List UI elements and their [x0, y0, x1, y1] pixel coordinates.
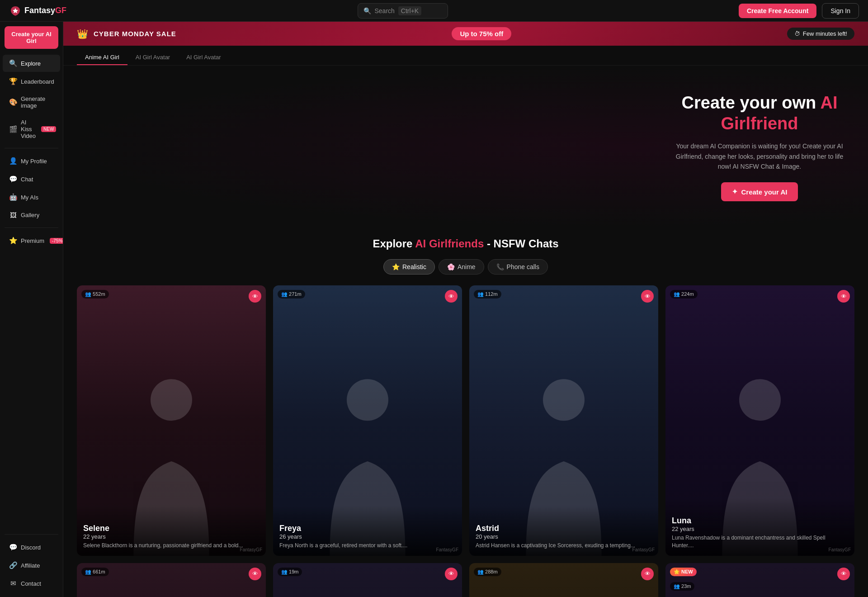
card-grid: 👥 552m 👁 Selene 22 years Selene Blacktho…: [77, 285, 854, 597]
sidebar-item-contact[interactable]: ✉ Contact: [3, 575, 60, 592]
watermark: FantasyGF: [436, 547, 458, 552]
svg-point-2: [543, 379, 585, 421]
search-shortcut: Ctrl+K: [398, 6, 421, 15]
card-overlay-freya: Freya 26 years Freya North is a graceful…: [273, 506, 462, 556]
premium-discount-badge: -75%: [50, 238, 63, 244]
sidebar-item-leaderboard[interactable]: 🏆 Leaderboard: [3, 73, 60, 90]
svg-point-1: [347, 379, 388, 421]
card-selene[interactable]: 👥 552m 👁 Selene 22 years Selene Blacktho…: [77, 285, 266, 555]
card-emilie[interactable]: 👥 661m 👁 Emilie 19 years FantasyGF: [77, 563, 266, 597]
sidebar-label-my-ais: My AIs: [21, 194, 38, 201]
cat-tab-ai-girl-avatar-1[interactable]: AI Girl Avatar: [127, 50, 178, 65]
search-placeholder: Search: [375, 7, 395, 14]
sidebar-label-ai-kiss-video: AI Kiss Video: [21, 119, 36, 139]
create-your-ai-button[interactable]: ✦ Create your AI: [721, 182, 798, 201]
banner-timer: ⏱ Few minutes left!: [787, 28, 854, 40]
filter-tab-anime[interactable]: 🌸 Anime: [439, 259, 484, 275]
sidebar-label-affiliate: Affiliate: [21, 562, 40, 569]
generate-image-icon: 🎨: [9, 98, 17, 106]
explore-title-highlight: AI Girlfriends: [415, 237, 484, 250]
sidebar-item-generate-image[interactable]: 🎨 Generate image: [3, 91, 60, 114]
sidebar-item-gallery[interactable]: 🖼 Gallery: [3, 207, 60, 223]
anime-icon: 🌸: [447, 263, 455, 270]
sidebar-item-affiliate[interactable]: 🔗 Affiliate: [3, 557, 60, 574]
card-overlay-luna: Luna 22 years Luna Ravenshadow is a domi…: [665, 498, 854, 556]
sidebar-item-my-ais[interactable]: 🤖 My AIs: [3, 189, 60, 206]
card-eye-selene[interactable]: 👁: [249, 290, 261, 303]
ai-kiss-video-icon: 🎬: [9, 125, 17, 133]
card-aiko[interactable]: 🌟 NEW 👁 👥 23m Aiko 19 years FantasyGF: [665, 563, 854, 597]
card-stat-selene: 👥 552m: [81, 290, 109, 298]
card-eye-luna[interactable]: 👁: [837, 290, 850, 303]
sidebar-label-contact: Contact: [21, 580, 41, 587]
top-navigation: FantasyGF 🔍 Search Ctrl+K Create Free Ac…: [0, 0, 868, 22]
cat-tab-ai-girl-avatar-2[interactable]: AI Girl Avatar: [178, 50, 229, 65]
card-stat-luna: 👥 224m: [670, 290, 698, 298]
sidebar-item-discord[interactable]: 💬 Discord: [3, 539, 60, 556]
sidebar-label-leaderboard: Leaderboard: [21, 78, 54, 85]
create-ai-girl-button[interactable]: Create your AI Girl: [5, 26, 58, 49]
filter-tabs: ⭐ Realistic 🌸 Anime 📞 Phone calls: [77, 259, 854, 275]
discord-icon: 💬: [9, 543, 17, 551]
card-new-stat-aiko: 👥 23m: [670, 582, 694, 591]
card-stat-freya: 👥 271m: [278, 290, 305, 298]
card-eye-freya[interactable]: 👁: [445, 290, 458, 303]
card-eye-juliette[interactable]: 👁: [641, 568, 654, 580]
realistic-icon: ⭐: [392, 263, 400, 270]
card-stat-nyra: 👥 19m: [278, 568, 302, 576]
sidebar-label-my-profile: My Profile: [21, 158, 47, 165]
card-stat-juliette: 👥 288m: [474, 568, 501, 576]
sidebar-divider-3: [5, 534, 58, 535]
sidebar-label-explore: Explore: [21, 60, 41, 67]
watermark: FantasyGF: [829, 547, 851, 552]
card-nyra[interactable]: 👥 19m 👁 Nyra 21 years FantasyGF: [273, 563, 462, 597]
category-tabs: Anime AI Girl AI Girl Avatar AI Girl Ava…: [63, 46, 868, 66]
promo-banner[interactable]: 👑 CYBER MONDAY SALE Up to 75% off ⏱ Few …: [63, 22, 868, 46]
hero-title: Create your own AI Girlfriend: [669, 93, 850, 134]
search-icon: 🔍: [363, 7, 371, 14]
crown-icon: 👑: [77, 28, 88, 39]
card-name-astrid: Astrid: [476, 524, 652, 533]
card-freya[interactable]: 👥 271m 👁 Freya 26 years Freya North is a…: [273, 285, 462, 555]
card-name-freya: Freya: [279, 524, 456, 533]
card-eye-nyra[interactable]: 👁: [445, 568, 458, 580]
cat-tab-anime-ai-girl[interactable]: Anime AI Girl: [77, 50, 127, 65]
sidebar-label-chat: Chat: [21, 176, 33, 183]
card-juliette[interactable]: 👥 288m 👁 Juliette 21 years FantasyGF: [469, 563, 658, 597]
sidebar-item-premium[interactable]: ⭐ Premium -75%: [3, 232, 60, 249]
card-eye-aiko[interactable]: 👁: [837, 568, 850, 580]
search-bar[interactable]: 🔍 Search Ctrl+K: [358, 3, 448, 19]
logo-text: FantasyGF: [24, 6, 66, 15]
card-luna[interactable]: 👥 224m 👁 Luna 22 years Luna Ravenshadow …: [665, 285, 854, 555]
card-eye-astrid[interactable]: 👁: [641, 290, 654, 303]
sidebar-label-generate-image: Generate image: [21, 95, 54, 109]
main-layout: Create your AI Girl 🔍 Explore 🏆 Leaderbo…: [0, 22, 868, 597]
card-stat-astrid: 👥 112m: [474, 290, 501, 298]
sidebar-item-ai-kiss-video[interactable]: 🎬 AI Kiss Video NEW: [3, 114, 60, 144]
sidebar-label-gallery: Gallery: [21, 212, 39, 218]
my-profile-icon: 👤: [9, 157, 17, 165]
card-desc-astrid: Astrid Hansen is a captivating Ice Sorce…: [476, 542, 652, 550]
svg-point-3: [739, 379, 781, 421]
card-overlay-astrid: Astrid 20 years Astrid Hansen is a capti…: [469, 506, 658, 556]
card-age-astrid: 20 years: [476, 533, 652, 540]
chat-icon: 💬: [9, 175, 17, 183]
affiliate-icon: 🔗: [9, 561, 17, 569]
hero-section: Create your own AI Girlfriend Your dream…: [63, 66, 868, 228]
sidebar-item-chat[interactable]: 💬 Chat: [3, 171, 60, 188]
card-eye-emilie[interactable]: 👁: [249, 568, 261, 580]
sign-in-button[interactable]: Sign In: [822, 3, 859, 19]
logo[interactable]: FantasyGF: [9, 5, 66, 17]
sidebar: Create your AI Girl 🔍 Explore 🏆 Leaderbo…: [0, 22, 63, 597]
sidebar-item-my-profile[interactable]: 👤 My Profile: [3, 152, 60, 170]
new-badge-aiko: 🌟 NEW: [670, 568, 697, 576]
my-ais-icon: 🤖: [9, 193, 17, 201]
card-astrid[interactable]: 👥 112m 👁 Astrid 20 years Astrid Hansen i…: [469, 285, 658, 555]
create-free-account-button[interactable]: Create Free Account: [739, 4, 816, 18]
sidebar-item-explore[interactable]: 🔍 Explore: [3, 55, 60, 72]
nav-right: Create Free Account Sign In: [739, 3, 859, 19]
timer-icon: ⏱: [794, 30, 800, 37]
filter-tab-realistic[interactable]: ⭐ Realistic: [383, 259, 435, 275]
sidebar-label-discord: Discord: [21, 544, 41, 551]
filter-tab-phone-calls[interactable]: 📞 Phone calls: [488, 259, 548, 275]
